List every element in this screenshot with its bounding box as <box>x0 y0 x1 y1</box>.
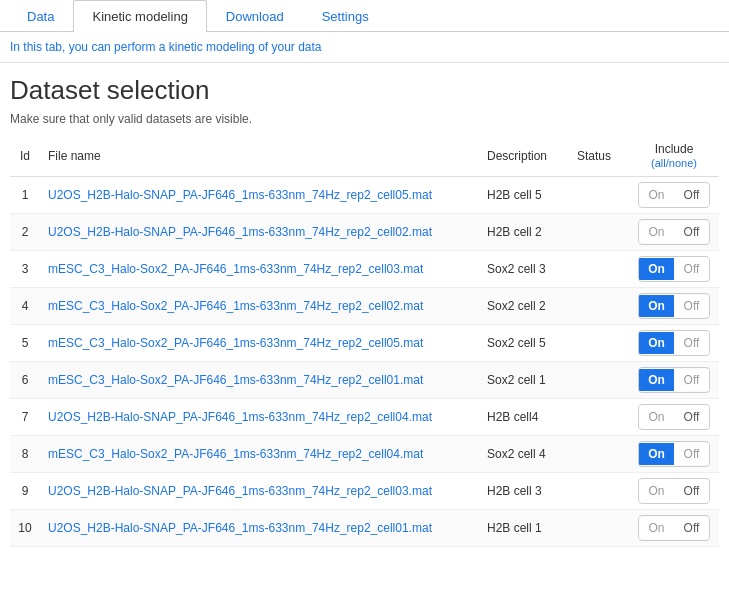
cell-description: Sox2 cell 1 <box>479 362 569 399</box>
toggle-switch[interactable]: OnOff <box>638 219 710 245</box>
cell-include[interactable]: OnOff <box>629 473 719 510</box>
cell-id: 5 <box>10 325 40 362</box>
cell-status <box>569 399 629 436</box>
all-none-link[interactable]: (all/none) <box>651 157 697 169</box>
cell-status <box>569 436 629 473</box>
cell-include[interactable]: OnOff <box>629 399 719 436</box>
table-row: 7U2OS_H2B-Halo-SNAP_PA-JF646_1ms-633nm_7… <box>10 399 719 436</box>
toggle-off-label[interactable]: Off <box>674 369 709 391</box>
toggle-off-label[interactable]: Off <box>674 332 709 354</box>
cell-include[interactable]: OnOff <box>629 251 719 288</box>
cell-id: 1 <box>10 177 40 214</box>
header-status: Status <box>569 136 629 177</box>
toggle-on-label[interactable]: On <box>639 258 674 280</box>
toggle-on-label[interactable]: On <box>639 332 674 354</box>
cell-filename[interactable]: mESC_C3_Halo-Sox2_PA-JF646_1ms-633nm_74H… <box>40 288 479 325</box>
cell-filename[interactable]: mESC_C3_Halo-Sox2_PA-JF646_1ms-633nm_74H… <box>40 251 479 288</box>
toggle-switch[interactable]: OnOff <box>638 441 710 467</box>
tab-data[interactable]: Data <box>8 0 73 32</box>
toggle-switch[interactable]: OnOff <box>638 256 710 282</box>
cell-include[interactable]: OnOff <box>629 510 719 547</box>
cell-description: H2B cell4 <box>479 399 569 436</box>
tab-settings[interactable]: Settings <box>303 0 388 32</box>
file-link[interactable]: mESC_C3_Halo-Sox2_PA-JF646_1ms-633nm_74H… <box>48 336 423 350</box>
cell-filename[interactable]: mESC_C3_Halo-Sox2_PA-JF646_1ms-633nm_74H… <box>40 436 479 473</box>
file-link[interactable]: U2OS_H2B-Halo-SNAP_PA-JF646_1ms-633nm_74… <box>48 410 432 424</box>
cell-filename[interactable]: U2OS_H2B-Halo-SNAP_PA-JF646_1ms-633nm_74… <box>40 214 479 251</box>
cell-status <box>569 325 629 362</box>
toggle-switch[interactable]: OnOff <box>638 515 710 541</box>
toggle-on-label[interactable]: On <box>639 443 674 465</box>
cell-filename[interactable]: U2OS_H2B-Halo-SNAP_PA-JF646_1ms-633nm_74… <box>40 473 479 510</box>
cell-filename[interactable]: U2OS_H2B-Halo-SNAP_PA-JF646_1ms-633nm_74… <box>40 399 479 436</box>
cell-id: 6 <box>10 362 40 399</box>
tab-kinetic-modeling[interactable]: Kinetic modeling <box>73 0 206 32</box>
cell-include[interactable]: OnOff <box>629 362 719 399</box>
toggle-on-label[interactable]: On <box>639 221 674 243</box>
table-row: 6mESC_C3_Halo-Sox2_PA-JF646_1ms-633nm_74… <box>10 362 719 399</box>
cell-id: 7 <box>10 399 40 436</box>
cell-description: H2B cell 5 <box>479 177 569 214</box>
cell-description: H2B cell 3 <box>479 473 569 510</box>
cell-status <box>569 214 629 251</box>
cell-description: H2B cell 1 <box>479 510 569 547</box>
cell-status <box>569 288 629 325</box>
toggle-off-label[interactable]: Off <box>674 295 709 317</box>
cell-description: H2B cell 2 <box>479 214 569 251</box>
toggle-off-label[interactable]: Off <box>674 221 709 243</box>
toggle-off-label[interactable]: Off <box>674 406 709 428</box>
cell-status <box>569 473 629 510</box>
cell-include[interactable]: OnOff <box>629 288 719 325</box>
cell-filename[interactable]: mESC_C3_Halo-Sox2_PA-JF646_1ms-633nm_74H… <box>40 362 479 399</box>
toggle-off-label[interactable]: Off <box>674 480 709 502</box>
cell-filename[interactable]: U2OS_H2B-Halo-SNAP_PA-JF646_1ms-633nm_74… <box>40 510 479 547</box>
table-row: 2U2OS_H2B-Halo-SNAP_PA-JF646_1ms-633nm_7… <box>10 214 719 251</box>
toggle-on-label[interactable]: On <box>639 406 674 428</box>
file-link[interactable]: U2OS_H2B-Halo-SNAP_PA-JF646_1ms-633nm_74… <box>48 484 432 498</box>
file-link[interactable]: U2OS_H2B-Halo-SNAP_PA-JF646_1ms-633nm_74… <box>48 188 432 202</box>
table-row: 5mESC_C3_Halo-Sox2_PA-JF646_1ms-633nm_74… <box>10 325 719 362</box>
cell-include[interactable]: OnOff <box>629 214 719 251</box>
cell-description: Sox2 cell 2 <box>479 288 569 325</box>
toggle-on-label[interactable]: On <box>639 295 674 317</box>
table-row: 9U2OS_H2B-Halo-SNAP_PA-JF646_1ms-633nm_7… <box>10 473 719 510</box>
table-row: 3mESC_C3_Halo-Sox2_PA-JF646_1ms-633nm_74… <box>10 251 719 288</box>
file-link[interactable]: mESC_C3_Halo-Sox2_PA-JF646_1ms-633nm_74H… <box>48 373 423 387</box>
section-title: Dataset selection <box>10 75 719 106</box>
file-link[interactable]: U2OS_H2B-Halo-SNAP_PA-JF646_1ms-633nm_74… <box>48 225 432 239</box>
cell-status <box>569 362 629 399</box>
toggle-on-label[interactable]: On <box>639 369 674 391</box>
file-link[interactable]: mESC_C3_Halo-Sox2_PA-JF646_1ms-633nm_74H… <box>48 447 423 461</box>
header-description: Description <box>479 136 569 177</box>
cell-filename[interactable]: U2OS_H2B-Halo-SNAP_PA-JF646_1ms-633nm_74… <box>40 177 479 214</box>
table-row: 8mESC_C3_Halo-Sox2_PA-JF646_1ms-633nm_74… <box>10 436 719 473</box>
tab-download[interactable]: Download <box>207 0 303 32</box>
toggle-switch[interactable]: OnOff <box>638 293 710 319</box>
cell-description: Sox2 cell 4 <box>479 436 569 473</box>
toggle-switch[interactable]: OnOff <box>638 182 710 208</box>
cell-include[interactable]: OnOff <box>629 325 719 362</box>
toggle-switch[interactable]: OnOff <box>638 404 710 430</box>
header-file-name: File name <box>40 136 479 177</box>
toggle-on-label[interactable]: On <box>639 480 674 502</box>
table-header-row: Id File name Description Status Include … <box>10 136 719 177</box>
toggle-off-label[interactable]: Off <box>674 184 709 206</box>
toggle-switch[interactable]: OnOff <box>638 367 710 393</box>
cell-filename[interactable]: mESC_C3_Halo-Sox2_PA-JF646_1ms-633nm_74H… <box>40 325 479 362</box>
toggle-on-label[interactable]: On <box>639 184 674 206</box>
cell-include[interactable]: OnOff <box>629 436 719 473</box>
toggle-on-label[interactable]: On <box>639 517 674 539</box>
file-link[interactable]: mESC_C3_Halo-Sox2_PA-JF646_1ms-633nm_74H… <box>48 299 423 313</box>
toggle-off-label[interactable]: Off <box>674 443 709 465</box>
cell-id: 2 <box>10 214 40 251</box>
section-subtitle: Make sure that only valid datasets are v… <box>10 112 719 126</box>
toggle-switch[interactable]: OnOff <box>638 478 710 504</box>
toggle-switch[interactable]: OnOff <box>638 330 710 356</box>
file-link[interactable]: mESC_C3_Halo-Sox2_PA-JF646_1ms-633nm_74H… <box>48 262 423 276</box>
cell-include[interactable]: OnOff <box>629 177 719 214</box>
toggle-off-label[interactable]: Off <box>674 258 709 280</box>
file-link[interactable]: U2OS_H2B-Halo-SNAP_PA-JF646_1ms-633nm_74… <box>48 521 432 535</box>
include-label: Include <box>655 142 694 156</box>
toggle-off-label[interactable]: Off <box>674 517 709 539</box>
info-text: In this tab, you can perform a kinetic m… <box>0 32 729 63</box>
